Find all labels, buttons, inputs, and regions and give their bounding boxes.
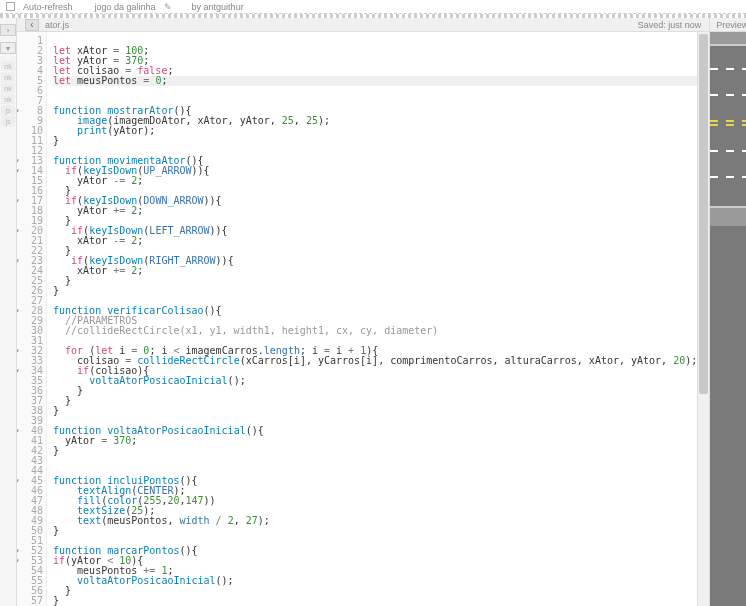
code-line[interactable]: text(meusPontos, width / 2, 27); (53, 516, 697, 526)
author-label: by antguithur (192, 2, 244, 12)
code-line[interactable]: yAtor += 2; (53, 206, 697, 216)
code-line[interactable]: voltaAtorPosicaoInicial(); (53, 576, 697, 586)
code-line[interactable]: } (53, 396, 697, 406)
preview-canvas: 🐔 (710, 32, 746, 606)
code-line[interactable]: function voltaAtorPosicaoInicial(){ (53, 426, 697, 436)
code-line[interactable]: } (53, 526, 697, 536)
code-line[interactable]: if(keyIsDown(DOWN_ARROW)){ (53, 196, 697, 206)
code-line[interactable]: yAtor -= 2; (53, 176, 697, 186)
code-line[interactable]: xAtor -= 2; (53, 236, 697, 246)
pencil-icon[interactable]: ✎ (164, 2, 172, 12)
code-lines[interactable]: let xAtor = 100;let yAtor = 370;let coli… (47, 32, 697, 606)
code-line[interactable]: } (53, 596, 697, 606)
tabbar: ‹ ator.js Saved: just now (17, 18, 709, 32)
code-line[interactable]: let xAtor = 100; (53, 46, 697, 56)
code-line[interactable]: } (53, 136, 697, 146)
topbar: Auto-refresh jogo da galinha ✎ by antgui… (0, 0, 746, 14)
code-line[interactable]: let meusPontos = 0; (53, 76, 697, 86)
code-line[interactable]: print(yAtor); (53, 126, 697, 136)
sidebar-collapse[interactable]: ▾ (0, 42, 16, 54)
scrollbar[interactable] (697, 32, 709, 606)
code-line[interactable]: } (53, 386, 697, 396)
code-line[interactable]: function verificarColisao(){ (53, 306, 697, 316)
code-line[interactable] (53, 36, 697, 46)
preview-panel: Preview 🐔 (710, 18, 746, 606)
saved-status: Saved: just now (638, 20, 702, 30)
code-line[interactable]: } (53, 276, 697, 286)
code-line[interactable] (53, 86, 697, 96)
code-line[interactable]: //collideRectCircle(x1, y1, width1, heig… (53, 326, 697, 336)
code-line[interactable]: if(keyIsDown(UP_ARROW)){ (53, 166, 697, 176)
sidebar-file[interactable]: js (1, 116, 15, 126)
code-line[interactable]: } (53, 406, 697, 416)
code-line[interactable]: yAtor = 370; (53, 436, 697, 446)
code-line[interactable]: } (53, 586, 697, 596)
sidebar-toggle[interactable]: › (0, 24, 16, 36)
sidebar: › ▾ nknknknkjsjs (0, 18, 17, 606)
code-line[interactable]: } (53, 286, 697, 296)
code-line[interactable]: function marcarPontos(){ (53, 546, 697, 556)
main: › ▾ nknknknkjsjs ‹ ator.js Saved: just n… (0, 18, 746, 606)
sidebar-file[interactable]: nk (1, 72, 15, 82)
code-line[interactable]: if(keyIsDown(LEFT_ARROW)){ (53, 226, 697, 236)
editor: ‹ ator.js Saved: just now 1234567▾891011… (17, 18, 710, 606)
preview-tab[interactable]: Preview (710, 18, 746, 32)
back-button[interactable]: ‹ (25, 19, 39, 31)
code-line[interactable]: voltaAtorPosicaoInicial(); (53, 376, 697, 386)
sidebar-file[interactable]: js (1, 105, 15, 115)
autorefresh-label: Auto-refresh (23, 2, 73, 12)
autorefresh-checkbox[interactable] (6, 2, 15, 11)
filename[interactable]: ator.js (45, 20, 69, 30)
code-line[interactable]: if(keyIsDown(RIGHT_ARROW)){ (53, 256, 697, 266)
scrollbar-thumb[interactable] (699, 34, 708, 394)
code-line[interactable]: xAtor += 2; (53, 266, 697, 276)
code-line[interactable]: colisao = collideRectCircle(xCarros[i], … (53, 356, 697, 366)
sidebar-file[interactable]: nk (1, 83, 15, 93)
sidebar-file[interactable]: nk (1, 61, 15, 71)
sidebar-file[interactable]: nk (1, 94, 15, 104)
code-area[interactable]: 1234567▾89101112▾13▾141516▾171819▾202122… (17, 32, 709, 606)
code-line[interactable]: } (53, 446, 697, 456)
code-line[interactable] (53, 456, 697, 466)
project-name[interactable]: jogo da galinha (95, 2, 156, 12)
gutter: 1234567▾89101112▾13▾141516▾171819▾202122… (17, 32, 47, 606)
